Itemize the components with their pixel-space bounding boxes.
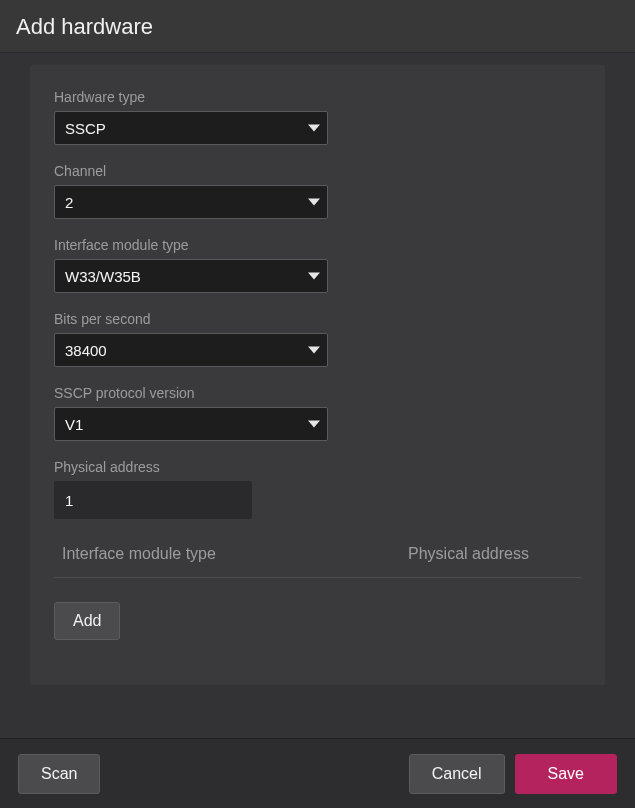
modal-footer: Scan Cancel Save (0, 738, 635, 808)
field-interface-module-type: Interface module type W33/W35B (54, 237, 581, 293)
field-bits-per-second: Bits per second 38400 (54, 311, 581, 367)
save-button[interactable]: Save (515, 754, 617, 794)
physical-address-input[interactable] (54, 481, 252, 519)
add-hardware-modal: Add hardware Hardware type SSCP Channel (0, 0, 635, 808)
physical-address-label: Physical address (54, 459, 581, 475)
channel-select[interactable]: 2 (54, 185, 328, 219)
modal-body: Hardware type SSCP Channel 2 (0, 53, 635, 738)
sscp-protocol-version-select[interactable]: V1 (54, 407, 328, 441)
hardware-type-select[interactable]: SSCP (54, 111, 328, 145)
column-interface-module-type: Interface module type (58, 545, 408, 563)
modal-header: Add hardware (0, 0, 635, 53)
interface-module-type-select[interactable]: W33/W35B (54, 259, 328, 293)
bits-per-second-select[interactable]: 38400 (54, 333, 328, 367)
scan-button[interactable]: Scan (18, 754, 100, 794)
hardware-type-label: Hardware type (54, 89, 581, 105)
add-button[interactable]: Add (54, 602, 120, 640)
column-physical-address: Physical address (408, 545, 577, 563)
module-table-header: Interface module type Physical address (54, 537, 581, 578)
field-channel: Channel 2 (54, 163, 581, 219)
form-panel: Hardware type SSCP Channel 2 (30, 65, 605, 685)
cancel-button[interactable]: Cancel (409, 754, 505, 794)
field-hardware-type: Hardware type SSCP (54, 89, 581, 145)
field-sscp-protocol-version: SSCP protocol version V1 (54, 385, 581, 441)
sscp-protocol-version-label: SSCP protocol version (54, 385, 581, 401)
bits-per-second-label: Bits per second (54, 311, 581, 327)
interface-module-type-label: Interface module type (54, 237, 581, 253)
modal-title: Add hardware (16, 14, 619, 40)
channel-label: Channel (54, 163, 581, 179)
field-physical-address: Physical address (54, 459, 581, 519)
